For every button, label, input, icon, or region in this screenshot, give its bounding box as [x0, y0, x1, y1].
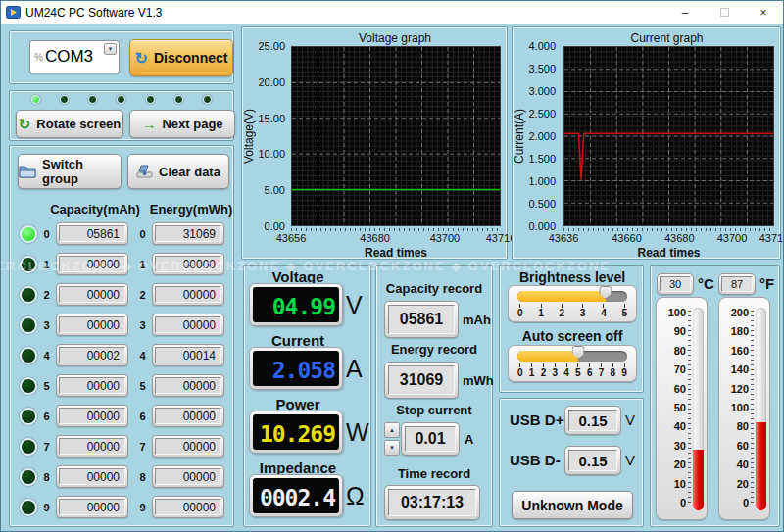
- disconnect-button[interactable]: ↻ Disconnect: [129, 39, 233, 76]
- thermometer-scale-label: 0: [680, 497, 686, 508]
- capacity-value: 00000: [59, 286, 125, 303]
- slider-tick: 2: [541, 363, 547, 378]
- energy-value-box: 00000: [152, 405, 224, 427]
- spin-down-button[interactable]: ▼: [384, 440, 400, 456]
- auto-screen-off-label: Auto screen off: [500, 328, 645, 344]
- fahrenheit-value: 87: [721, 276, 753, 292]
- maximize-button[interactable]: [705, 1, 744, 24]
- capacity-value: 00000: [59, 408, 125, 424]
- capacity-value: 00000: [59, 499, 125, 515]
- energy-value: 00014: [155, 347, 221, 363]
- energy-value: 00000: [155, 499, 221, 515]
- page-led-indicator: [31, 95, 40, 104]
- slider-tick: 3: [580, 304, 586, 318]
- clear-data-button[interactable]: Clear data: [127, 154, 229, 189]
- thermometer-scale-label: 60: [674, 383, 686, 395]
- time-record-value: 03:17:13: [388, 489, 476, 516]
- row-index: 7: [135, 441, 150, 453]
- slider-groove[interactable]: [517, 351, 627, 362]
- slider-tick: 5: [621, 304, 627, 318]
- auto-screen-off-slider[interactable]: 0123456789: [508, 345, 637, 382]
- stop-current-value[interactable]: 0.01: [405, 426, 456, 452]
- x-axis-label: Read times: [291, 246, 501, 260]
- row-index: 3: [135, 319, 150, 331]
- celsius-value: 30: [660, 276, 691, 292]
- refresh-icon: ↻: [135, 49, 148, 68]
- thermometer-tube: [693, 308, 704, 510]
- records-panel: Capacity record 05861 mAh Energy record …: [375, 265, 493, 527]
- spin-up-button[interactable]: ▲: [384, 422, 400, 438]
- page-led-indicator: [117, 95, 125, 104]
- next-page-button[interactable]: → Next page: [129, 110, 235, 138]
- capacity-value-box: 00000: [56, 435, 128, 458]
- capacity-record-unit: mAh: [463, 313, 491, 327]
- time-record-label: Time record: [380, 466, 488, 481]
- x-axis-minor-ticks: [564, 228, 774, 231]
- row-index: 2: [135, 289, 150, 301]
- brightness-slider[interactable]: 012345: [508, 285, 637, 322]
- folder-icon: [19, 165, 36, 178]
- thermometer-scale-label: 60: [737, 440, 749, 452]
- x-tick-label: 43636: [549, 232, 579, 244]
- usb-panel: USB D+ 0.15 V USB D- 0.15 V Unknown Mode: [499, 398, 644, 527]
- celsius-thermometer: 1009080706050403020100: [656, 297, 708, 520]
- slider-tick: 8: [611, 363, 616, 378]
- capacity-value-box: 00000: [56, 405, 128, 427]
- usb-dminus-label: USB D-: [510, 452, 561, 468]
- mode-button[interactable]: Unknown Mode: [512, 491, 633, 519]
- group-led-indicator: [20, 408, 37, 425]
- y-tick-label: 4.000: [528, 40, 556, 52]
- fahrenheit-unit: °F: [760, 275, 774, 292]
- power-unit: W: [346, 418, 369, 447]
- capacity-record-value: 05861: [388, 305, 455, 334]
- stop-current-spinner: ▲ ▼: [384, 422, 400, 456]
- slider-ticks: 0123456789: [517, 363, 627, 378]
- row-index: 0: [135, 228, 150, 240]
- impedance-display: 0002.4: [249, 474, 343, 517]
- usb-dminus-unit: V: [625, 452, 635, 468]
- capacity-value-box: 00000: [56, 465, 128, 488]
- group-led-indicator: [20, 256, 37, 273]
- slider-tick: 4: [564, 363, 569, 378]
- group-led-indicator: [20, 225, 37, 243]
- energy-value-box: 00000: [152, 496, 224, 518]
- voltage-graph-panel: Voltage graph Voltage(V) 25.0020.0015.00…: [241, 26, 508, 260]
- slider-tick: 5: [575, 363, 581, 378]
- group-led-indicator: [20, 377, 37, 395]
- close-button[interactable]: ×: [744, 1, 783, 24]
- thermometer-scale-label: 80: [737, 420, 749, 432]
- clear-data-label: Clear data: [159, 165, 220, 179]
- capacity-value-box: 00002: [56, 344, 128, 366]
- slider-tick: 3: [552, 363, 558, 378]
- fahrenheit-thermometer: 200180160140120100806040200: [718, 297, 770, 520]
- app-icon: [6, 5, 21, 20]
- usb-dplus-label: USB D+: [510, 411, 564, 428]
- current-display: 2.058: [249, 347, 343, 390]
- y-tick-label: 2.000: [528, 130, 556, 142]
- x-axis-ticks: 43656436804370043716: [291, 232, 501, 245]
- y-tick-label: 3.000: [528, 85, 556, 97]
- com-port-select[interactable]: % COM3 ▼: [29, 40, 120, 73]
- meters-panel: Voltage 04.99 V Current 2.058 A Power 10…: [243, 265, 371, 527]
- thermometer-scale-label: 100: [668, 307, 686, 318]
- brightness-label: Brightness level: [500, 269, 645, 285]
- slider-tick: 7: [599, 363, 605, 378]
- rotate-screen-button[interactable]: ↻ Rotate screen: [16, 110, 123, 138]
- x-tick-label: 43656: [276, 232, 307, 244]
- current-unit: A: [346, 355, 363, 383]
- title-bar: UM24C PC Software V1.3 – ×: [1, 1, 783, 24]
- energy-value-box: 00000: [152, 374, 224, 397]
- switch-group-button[interactable]: Switch group: [18, 154, 122, 189]
- y-tick-label: 2.500: [528, 108, 556, 120]
- slider-tick: 6: [587, 363, 593, 378]
- minimize-button[interactable]: –: [665, 1, 705, 24]
- stop-current-box: 0.01: [401, 422, 460, 456]
- voltage-plot: [291, 46, 501, 226]
- slider-groove[interactable]: [517, 291, 627, 302]
- x-tick-label: 43680: [360, 232, 390, 244]
- slider-fill: [517, 351, 578, 362]
- x-tick-label: 43716: [760, 232, 783, 244]
- time-record-box: 03:17:13: [384, 485, 480, 520]
- chevron-down-icon[interactable]: ▼: [104, 43, 117, 55]
- usb-dminus-box: 0.15: [564, 446, 621, 475]
